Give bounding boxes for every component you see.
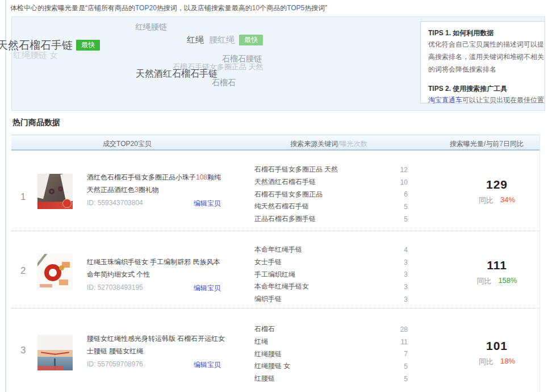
title-num: 3 xyxy=(135,186,139,194)
tips2-title: TIPS 2. 使用搜索推广工具 xyxy=(428,84,545,94)
header-top20-items: 成交TOP20宝贝 xyxy=(103,139,152,149)
tips2-body: 淘宝直通车可以让宝贝出现在最佳位置 xyxy=(428,94,544,106)
table-row: 2 红绳玉珠编织手链女 手工编制辟邪 民族风本命年简约细女式 个性 ID: 52… xyxy=(11,231,539,308)
exposure-total: 111 同比158% xyxy=(449,258,545,286)
keyword-row: 红绳腰链7 xyxy=(254,348,408,360)
keyword-text: 石榴石 xyxy=(254,324,275,334)
tips-box: TIPS 1. 如何利用数据 优化符合自己宝贝属性的描述词可以提高搜索排名，滥用… xyxy=(420,21,545,103)
header-source-keywords: 搜索来源关键词/曝光次数 xyxy=(290,139,367,149)
product-info: 酒红色石榴石手链女多圈正品小珠子108颗纯天然正品酒红色3圈礼物 ID: 559… xyxy=(87,171,227,208)
product-title: 腰链女红绳性感光身转运韩版 石榴石开运红女士腰链 腰链女红绳 xyxy=(87,332,227,357)
cloud-word: 天然酒红石榴石手链 xyxy=(136,68,217,80)
product-title: 酒红色石榴石手链女多圈正品小珠子108颗纯天然正品酒红色3圈礼物 xyxy=(87,171,227,196)
product-info: 红绳玉珠编织手链女 手工编制辟邪 民族风本命年简约细女式 个性 ID: 5270… xyxy=(87,256,227,293)
keyword-row: 红绳11 xyxy=(254,336,408,348)
yoy-label: 同比 xyxy=(479,195,493,206)
keyword-row: 编织手链3 xyxy=(254,293,408,306)
keyword-row: 红绳腰链 女5 xyxy=(254,360,408,373)
header-keywords-sub: /曝光次数 xyxy=(338,140,367,148)
edit-item-link[interactable]: 编辑宝贝 xyxy=(194,283,227,293)
keyword-row: 手工编织红绳3 xyxy=(254,268,408,281)
product-image[interactable] xyxy=(37,335,73,370)
keyword-text: 手工编织红绳 xyxy=(254,270,295,280)
tips1-title: TIPS 1. 如何利用数据 xyxy=(428,28,545,38)
exposure-total: 101 同比18% xyxy=(449,339,545,367)
yoy-percent: 34% xyxy=(500,195,515,206)
edit-item-link[interactable]: 编辑宝贝 xyxy=(194,199,227,208)
product-id: ID: 559343703804 xyxy=(87,199,143,208)
zhitongche-link[interactable]: 淘宝直通车 xyxy=(428,96,462,104)
edit-item-link[interactable]: 编辑宝贝 xyxy=(194,360,227,370)
keyword-row: 石榴石手链女多圈正品6 xyxy=(254,188,408,201)
keyword-count: 5 xyxy=(404,362,408,370)
cloud-word: 红绳腰链 xyxy=(135,22,167,32)
keyword-text: 天然酒红石榴石手链 xyxy=(254,177,316,187)
exposure-total: 129 同比34% xyxy=(449,178,545,206)
keyword-count: 5 xyxy=(404,203,408,211)
table-row: 1 酒红色石榴石手链女多圈正品小珠子108颗纯天然正品酒红色3圈礼物 ID: 5… xyxy=(11,151,539,231)
keyword-list: 石榴石28 红绳11 红绳腰链7 红绳腰链 女5 红腰链5 xyxy=(254,323,408,385)
keyword-text: 红绳 xyxy=(254,337,268,347)
intro-top20: TOP20 xyxy=(135,4,157,12)
product-image[interactable] xyxy=(37,174,73,209)
keyword-count: 5 xyxy=(404,215,408,223)
intro-text: 体检中心的搜索曝光量是“店铺所有商品的TOP20热搜词，以及店铺搜索量最高的10… xyxy=(10,3,327,13)
keyword-count: 7 xyxy=(404,350,408,358)
cloud-word: 腰红绳 xyxy=(209,35,235,45)
yoy-label: 同比 xyxy=(476,276,491,286)
title-seg: 圈礼物 xyxy=(139,186,159,194)
fastest-badge: 最快 xyxy=(239,35,263,45)
product-image[interactable] xyxy=(37,254,73,289)
intro-seg: 热搜词” xyxy=(304,4,327,12)
intro-seg: 热搜词，以及店铺搜索量最高的 xyxy=(157,4,252,12)
title-seg: 酒红色石榴石手链女多圈正品小珠子 xyxy=(87,173,196,181)
page-left-border xyxy=(5,0,6,392)
tips1-body: 优化符合自己宝贝属性的描述词可以提高搜索排名，滥用关键词和堆砌不相关的词将会降低… xyxy=(428,38,544,76)
product-id: ID: 527038493195 xyxy=(87,283,143,293)
intro-top5: TOP5 xyxy=(287,4,304,12)
yoy-percent: 18% xyxy=(500,357,515,367)
hot-products-table: 成交TOP20宝贝 搜索来源关键词/曝光次数 搜索曝光量/与前7日同比 1 酒红… xyxy=(11,135,539,392)
yoy-percent: 158% xyxy=(498,276,517,286)
keyword-text: 红腰链 xyxy=(254,374,275,383)
fastest-badge: 最快 xyxy=(76,40,100,51)
keyword-text: 本命年红绳手链 xyxy=(254,245,302,255)
keyword-count: 5 xyxy=(404,375,408,383)
keyword-text: 石榴石手链女多圈正品 xyxy=(254,190,323,199)
keyword-list: 石榴石手链女多圈正品 天然12 天然酒红石榴石手链10 石榴石手链女多圈正品6 … xyxy=(254,164,408,225)
keyword-count: 28 xyxy=(400,326,408,333)
product-info: 腰链女红绳性感光身转运韩版 石榴石开运红女士腰链 腰链女红绳 ID: 55705… xyxy=(87,332,227,370)
header-exposure-c: 日同比 xyxy=(503,140,524,148)
keyword-row: 女士手链3 xyxy=(254,256,408,269)
product-id: ID: 557059708976 xyxy=(87,360,143,370)
keyword-count: 4 xyxy=(404,246,408,254)
keyword-text: 女士手链 xyxy=(254,257,282,267)
keyword-count: 11 xyxy=(401,338,408,346)
keyword-text: 红绳腰链 xyxy=(254,349,282,359)
rank-number: 2 xyxy=(20,265,26,277)
keyword-count: 10 xyxy=(400,178,408,186)
keyword-row: 正品石榴石多圈手链5 xyxy=(254,213,408,226)
keyword-count: 3 xyxy=(404,270,408,278)
keyword-count: 3 xyxy=(404,283,408,291)
keyword-count: 12 xyxy=(400,166,408,174)
product-title: 红绳玉珠编织手链女 手工编制辟邪 民族风本命年简约细女式 个性 xyxy=(87,256,227,281)
keyword-count: 3 xyxy=(404,258,408,266)
keyword-row: 石榴石28 xyxy=(254,323,408,336)
header-exposure-a: 搜索曝光量/与前 xyxy=(450,140,499,148)
cloud-word: 红绳腰链 女 xyxy=(13,50,58,61)
section-title: 热门商品数据 xyxy=(12,118,60,128)
header-keywords-main: 搜索来源关键词 xyxy=(290,140,338,148)
keyword-text: 本命年红绳手链女 xyxy=(254,282,309,291)
keyword-text: 石榴石手链女多圈正品 天然 xyxy=(254,165,338,174)
exposure-value: 101 xyxy=(449,339,545,353)
keyword-text: 编织手链 xyxy=(254,294,282,304)
keyword-text: 纯天然石榴石手链 xyxy=(254,202,309,211)
keyword-row: 本命年红绳手链4 xyxy=(254,244,408,256)
exposure-value: 111 xyxy=(449,258,545,272)
exposure-value: 129 xyxy=(449,178,545,191)
rank-number: 1 xyxy=(20,191,26,203)
cloud-word: 红绳 xyxy=(187,35,204,45)
keyword-count: 3 xyxy=(404,295,408,303)
cloud-word: 石榴石 xyxy=(212,78,236,88)
